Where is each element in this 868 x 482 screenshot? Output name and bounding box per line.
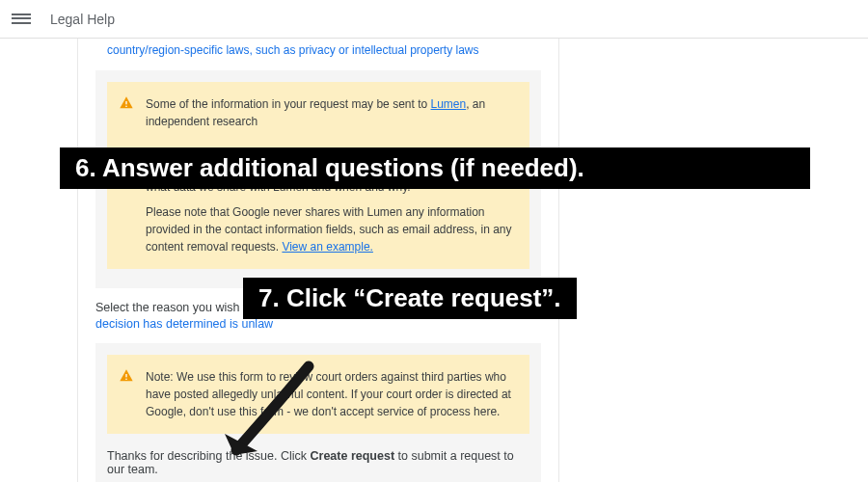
lumen-link[interactable]: Lumen: [431, 97, 467, 111]
select-reason-a: Select the reason you wish to: [95, 301, 253, 314]
intro-link-text[interactable]: country/region-specific laws, such as pr…: [107, 43, 479, 57]
svg-rect-3: [125, 378, 126, 379]
intro-link[interactable]: country/region-specific laws, such as pr…: [95, 39, 541, 70]
svg-rect-2: [125, 374, 126, 377]
view-example-link[interactable]: View an example.: [282, 240, 373, 254]
hamburger-menu-icon[interactable]: [12, 10, 31, 29]
svg-rect-0: [125, 101, 126, 104]
page-title: Legal Help: [50, 12, 115, 27]
warning-icon: [119, 95, 134, 111]
thanks-a: Thanks for describing the issue. Click: [107, 449, 311, 463]
thanks-text: Thanks for describing the issue. Click C…: [107, 442, 529, 482]
alert-court-text: Note: We use this form to review court o…: [146, 370, 511, 418]
warning-icon: [119, 368, 134, 384]
svg-rect-1: [125, 105, 126, 106]
select-reason-link[interactable]: decision has determined is unlaw: [95, 317, 273, 331]
topbar: Legal Help: [0, 0, 868, 39]
alert-lumen-p1a: Some of the information in your request …: [146, 97, 431, 111]
overlay-step-6: 6. Answer additional questions (if neede…: [60, 147, 810, 189]
content-panel: country/region-specific laws, such as pr…: [77, 39, 559, 482]
alert-court-order: Note: We use this form to review court o…: [107, 355, 529, 434]
page-body: country/region-specific laws, such as pr…: [0, 39, 868, 482]
overlay-step-7: 7. Click “Create request”.: [243, 278, 577, 319]
court-order-card: Note: We use this form to review court o…: [95, 343, 541, 482]
thanks-bold: Create request: [311, 449, 395, 463]
